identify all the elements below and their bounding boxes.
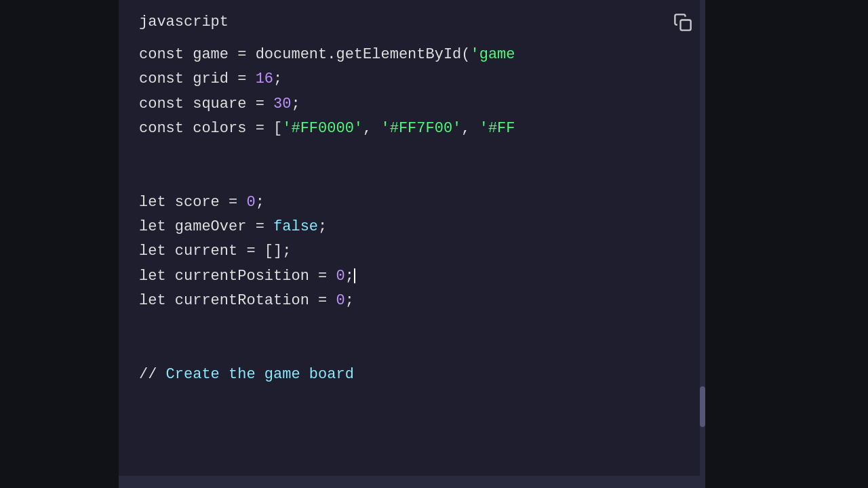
op-semi-3: ; (256, 194, 264, 211)
comment-content: Create the game board (166, 366, 354, 383)
op-eq-9: = (309, 292, 336, 309)
var-square: square (193, 96, 246, 113)
var-colors: colors (193, 120, 246, 137)
code-panel: javascript const game = document.getElem… (119, 0, 705, 481)
var-score: score (175, 194, 220, 211)
op-semi-5: ; (345, 268, 354, 285)
code-line-1: const game = document.getElementById('ga… (139, 43, 685, 67)
var-gameover: gameOver (175, 218, 247, 235)
keyword-let-1: let (139, 194, 175, 211)
keyword-const-2: const (139, 70, 193, 87)
bg-right (705, 0, 868, 488)
str-color2: '#FF7F00' (380, 120, 461, 137)
code-line-5: let score = 0; (139, 190, 685, 215)
op-comma-2: , (461, 120, 479, 137)
op-semi-6: ; (345, 292, 354, 309)
copy-icon[interactable] (671, 10, 695, 35)
bool-false: false (273, 218, 318, 235)
text-cursor (354, 268, 355, 283)
svg-rect-0 (681, 20, 691, 30)
op-eq-4: = [ (246, 120, 282, 137)
num-30: 30 (273, 96, 291, 113)
op-semi-4: ; (318, 218, 327, 235)
keyword-const-3: const (139, 96, 193, 113)
op-eq-3: = (246, 96, 273, 113)
op-eq-1: = (229, 46, 256, 63)
op-semi-2: ; (291, 96, 300, 113)
empty-line-2 (139, 165, 685, 190)
var-game: game (193, 46, 229, 63)
num-score: 0 (246, 194, 255, 211)
num-rot: 0 (336, 292, 344, 309)
var-currentpos: currentPosition (175, 268, 309, 285)
op-eq-7: = []; (237, 243, 291, 260)
num-pos: 0 (336, 268, 344, 285)
var-grid: grid (193, 70, 229, 87)
var-currentrot: currentRotation (175, 292, 309, 309)
str-color3: '#FF (479, 120, 515, 137)
code-line-4: const colors = ['#FF0000', '#FF7F00', '#… (139, 117, 685, 141)
op-eq-8: = (309, 268, 336, 285)
outer-container: javascript const game = document.getElem… (0, 0, 868, 488)
code-line-7: let current = []; (139, 239, 685, 264)
code-line-9: let currentRotation = 0; (139, 289, 685, 313)
op-comma-1: , (363, 120, 380, 137)
op-eq-6: = (246, 218, 273, 235)
code-line-6: let gameOver = false; (139, 215, 685, 239)
empty-line-3 (139, 313, 685, 338)
keyword-let-4: let (139, 268, 175, 285)
code-line-10: // Create the game board (139, 363, 685, 387)
copy-svg-icon (673, 13, 692, 32)
lang-label: javascript (139, 14, 685, 30)
code-block: const game = document.getElementById('ga… (139, 43, 685, 387)
empty-line-1 (139, 141, 685, 165)
num-16: 16 (256, 70, 273, 87)
op-eq-5: = (220, 194, 247, 211)
comment-slash: // (139, 366, 166, 383)
keyword-let-2: let (139, 218, 175, 235)
keyword-let-3: let (139, 243, 175, 260)
code-line-3: const square = 30; (139, 92, 685, 117)
empty-line-4 (139, 338, 685, 363)
str-game: 'game (471, 46, 515, 63)
op-eq-2: = (229, 70, 256, 87)
keyword-let-5: let (139, 292, 175, 309)
keyword-const-1: const (139, 46, 193, 63)
keyword-const-4: const (139, 120, 193, 137)
scrollbar-area[interactable] (700, 0, 705, 481)
scrollbar-thumb[interactable] (700, 386, 705, 427)
bottom-bar (119, 476, 705, 488)
code-line-2: const grid = 16; (139, 67, 685, 92)
func-gebi: document.getElementById( (256, 46, 471, 63)
op-semi-1: ; (273, 70, 282, 87)
str-color1: '#FF0000' (282, 120, 363, 137)
bg-left (0, 0, 119, 488)
code-line-8: let currentPosition = 0; (139, 264, 685, 289)
var-current: current (175, 243, 237, 260)
